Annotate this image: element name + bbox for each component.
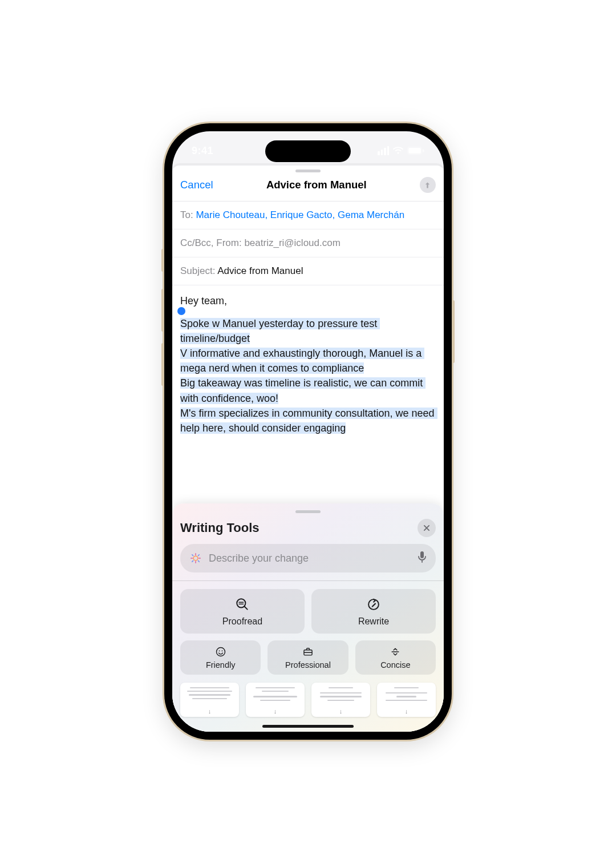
rewrite-button[interactable]: Rewrite [311,589,436,634]
selection-handle-start[interactable] [177,307,185,315]
intelligence-icon [189,552,202,564]
friendly-label: Friendly [206,660,236,670]
arrow-down-icon: ↓ [405,708,408,715]
power-button [452,300,455,363]
divider [172,580,444,581]
professional-label: Professional [285,660,331,670]
format-thumbnails: ↓ ↓ ↓ ↓ [180,683,436,720]
ccbcc-from-field[interactable]: Cc/Bcc, From: beatriz_ri@icloud.com [172,229,444,257]
cancel-button[interactable]: Cancel [180,179,213,191]
subject-field[interactable]: Subject: Advice from Manuel [172,257,444,285]
format-option-1[interactable]: ↓ [180,683,239,717]
from-address: beatriz_ri@icloud.com [244,237,340,248]
describe-change-input[interactable]: Describe your change [180,544,436,572]
subject-value: Advice from Manuel [217,265,303,276]
rewrite-label: Rewrite [358,616,389,627]
proofread-label: Proofread [222,616,262,627]
phone-frame: 9:41 Cancel Advice from Manuel [164,123,452,740]
concise-button[interactable]: Concise [355,640,436,675]
panel-title: Writing Tools [180,521,260,535]
subject-label: Subject: [180,265,215,276]
svg-point-8 [218,650,220,651]
svg-rect-2 [423,150,424,152]
page-title: Advice from Manuel [266,179,367,191]
to-label: To: [180,209,193,220]
close-icon [423,524,431,532]
arrow-down-icon: ↓ [339,708,343,715]
to-field[interactable]: To: Marie Chouteau, Enrique Gacto, Gema … [172,201,444,229]
battery-icon [407,147,424,155]
briefcase-icon [302,646,314,658]
panel-grabber[interactable] [295,510,321,513]
wifi-icon [392,146,404,155]
svg-rect-1 [408,148,421,154]
friendly-button[interactable]: Friendly [180,640,261,675]
arrow-up-icon [423,181,432,189]
svg-point-7 [216,648,225,656]
svg-point-3 [193,556,198,560]
send-button[interactable] [420,177,436,193]
describe-placeholder: Describe your change [209,553,411,564]
concise-label: Concise [380,660,410,670]
volume-up-button [161,289,164,332]
writing-tools-panel: Writing Tools Describe your change [172,503,444,732]
collapse-icon [390,646,401,658]
rewrite-icon [366,597,381,612]
arrow-down-icon: ↓ [274,708,277,715]
dictation-button[interactable] [418,551,427,566]
side-button [161,249,164,272]
arrow-down-icon: ↓ [208,708,212,715]
svg-point-9 [221,650,222,651]
ccbcc-label: Cc/Bcc, From: [180,237,242,248]
professional-button[interactable]: Professional [268,640,348,675]
nav-bar: Cancel Advice from Manuel [172,172,444,201]
magnify-text-icon [235,597,250,612]
status-time: 9:41 [192,145,213,157]
format-option-3[interactable]: ↓ [311,683,370,717]
screen: 9:41 Cancel Advice from Manuel [172,131,444,732]
home-indicator[interactable] [262,725,354,728]
smile-icon [215,646,226,658]
volume-down-button [161,343,164,386]
format-option-4[interactable]: ↓ [377,683,436,717]
microphone-icon [418,551,427,563]
body-intro: Hey team, [180,293,436,308]
compose-sheet: Cancel Advice from Manuel To: Marie Chou… [172,166,444,732]
dynamic-island [265,140,351,162]
selected-text[interactable]: Spoke w Manuel yesterday to pressure tes… [180,318,437,434]
close-button[interactable] [418,519,436,537]
to-recipients[interactable]: Marie Chouteau, Enrique Gacto, Gema Merc… [196,209,404,220]
cellular-icon [378,146,389,155]
svg-rect-4 [420,551,424,558]
format-option-2[interactable]: ↓ [246,683,305,717]
proofread-button[interactable]: Proofread [180,589,305,634]
